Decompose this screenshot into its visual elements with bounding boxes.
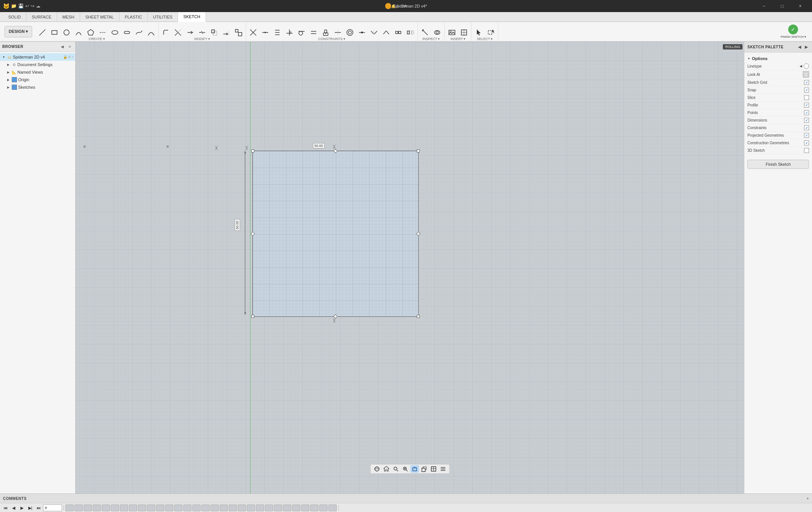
tool-slot[interactable] <box>121 26 133 39</box>
tl-item-5[interactable] <box>111 504 119 511</box>
tl-item-11[interactable] <box>165 504 173 511</box>
tool-offset[interactable] <box>209 26 220 39</box>
comments-expand-icon[interactable]: + <box>807 496 809 501</box>
tool-smooth[interactable] <box>380 26 392 39</box>
tab-utilities[interactable]: UTILITIES <box>148 12 178 22</box>
minimize-button[interactable]: − <box>755 0 773 12</box>
tl-item-0[interactable] <box>65 504 74 511</box>
profile-checkbox[interactable] <box>804 103 809 108</box>
tl-item-12[interactable] <box>174 504 183 511</box>
tl-item-16[interactable] <box>210 504 219 511</box>
tool-tangent[interactable] <box>296 26 307 39</box>
points-checkbox[interactable] <box>804 110 809 115</box>
close-button[interactable]: × <box>792 0 809 12</box>
handle-mid-right[interactable] <box>416 231 420 236</box>
tl-item-6[interactable] <box>120 504 128 511</box>
tree-item-named-views[interactable]: ▶ 📐 Named Views <box>0 68 75 76</box>
tab-sheet-metal[interactable]: SHEET METAL <box>80 12 119 22</box>
3d-sketch-checkbox[interactable] <box>804 148 809 153</box>
undo-icon[interactable]: ↩ <box>25 3 29 9</box>
tl-item-28[interactable] <box>319 504 328 511</box>
tab-mesh[interactable]: MESH <box>57 12 80 22</box>
tool-perpendicular[interactable] <box>284 26 295 39</box>
tl-item-2[interactable] <box>84 504 92 511</box>
tl-item-24[interactable] <box>283 504 291 511</box>
tree-item-origin[interactable]: ▶ Origin <box>0 76 75 83</box>
tl-item-13[interactable] <box>183 504 192 511</box>
constraints-checkbox[interactable] <box>804 125 809 130</box>
tl-item-3[interactable] <box>93 504 101 511</box>
tab-sketch[interactable]: SKETCH <box>178 12 206 22</box>
tl-item-26[interactable] <box>301 504 309 511</box>
handle-bottom-right[interactable] <box>417 315 420 318</box>
projected-geom-checkbox[interactable] <box>804 133 809 138</box>
tool-line[interactable] <box>37 26 48 39</box>
tl-skip-start[interactable]: ⏮ <box>2 504 9 511</box>
canvas-area[interactable]: ROLLING ╳ ╳ ▲ ▼ 50.00 <box>76 42 744 493</box>
finish-sketch-button[interactable]: ✓ FINISH SKETCH ▾ <box>776 23 810 40</box>
tl-play[interactable]: ▶ <box>18 504 26 511</box>
handle-top-left[interactable] <box>251 150 254 153</box>
tool-scale[interactable] <box>233 26 244 39</box>
tool-ellipse[interactable] <box>109 26 121 39</box>
tool-rectangle[interactable] <box>49 26 60 39</box>
tool-symmetric[interactable] <box>368 26 380 39</box>
handle-top-right[interactable] <box>417 150 420 153</box>
finish-sketch-palette-button[interactable]: Finish Sketch <box>747 160 809 169</box>
tool-rigid[interactable] <box>393 26 404 39</box>
construction-geom-checkbox[interactable] <box>804 140 809 145</box>
view-ctrl-home[interactable] <box>382 465 390 473</box>
lookat-button[interactable] <box>803 71 809 77</box>
tl-item-1[interactable] <box>74 504 83 511</box>
sketch-rectangle[interactable]: ╳ ╳ <box>252 151 419 317</box>
tool-move[interactable] <box>221 26 232 39</box>
slice-checkbox[interactable] <box>804 95 809 100</box>
tl-item-29[interactable] <box>328 504 337 511</box>
tool-trim[interactable] <box>172 26 184 39</box>
browser-settings-btn[interactable]: ≡ <box>67 44 73 50</box>
tl-item-22[interactable] <box>265 504 273 511</box>
tl-prev[interactable]: ◀ <box>10 504 17 511</box>
tl-item-27[interactable] <box>310 504 319 511</box>
tab-solid[interactable]: SOLID <box>3 12 26 22</box>
view-ctrl-cube[interactable] <box>420 465 428 473</box>
handle-bottom-left[interactable] <box>251 315 254 318</box>
options-header[interactable]: ▼ Options <box>747 55 809 62</box>
tree-item-sketches[interactable]: ▶ Sketches <box>0 83 75 91</box>
view-ctrl-menu[interactable] <box>439 465 447 473</box>
tl-item-4[interactable] <box>102 504 110 511</box>
palette-expand-right[interactable]: ▶ <box>804 44 809 50</box>
design-dropdown[interactable]: DESIGN ▾ <box>5 26 32 37</box>
tl-item-21[interactable] <box>256 504 264 511</box>
handle-mid-top[interactable] <box>333 149 337 153</box>
view-ctrl-fit[interactable] <box>391 465 400 473</box>
tool-pattern[interactable] <box>405 26 416 39</box>
view-ctrl-orbit[interactable] <box>373 465 381 473</box>
handle-mid-bottom[interactable] <box>333 314 337 318</box>
tool-arc[interactable] <box>73 26 84 39</box>
sketch-grid-checkbox[interactable] <box>804 80 809 85</box>
tab-surface[interactable]: SURFACE <box>26 12 57 22</box>
maximize-button[interactable]: □ <box>773 0 791 12</box>
tool-midpoint[interactable] <box>356 26 368 39</box>
tool-coincident[interactable] <box>247 26 259 39</box>
tool-equal[interactable] <box>308 26 319 39</box>
tool-parallel[interactable] <box>272 26 283 39</box>
view-ctrl-display[interactable] <box>429 465 438 473</box>
handle-mid-left[interactable] <box>251 231 255 236</box>
tl-item-7[interactable] <box>129 504 137 511</box>
tool-circle[interactable] <box>61 26 72 39</box>
tl-item-15[interactable] <box>201 504 210 511</box>
tl-item-19[interactable] <box>238 504 246 511</box>
tl-item-10[interactable] <box>156 504 164 511</box>
tl-item-20[interactable] <box>247 504 255 511</box>
tl-item-14[interactable] <box>192 504 201 511</box>
linetype-prev-icon[interactable]: ◀ <box>800 64 802 68</box>
tl-item-25[interactable] <box>292 504 300 511</box>
dimensions-checkbox[interactable] <box>804 118 809 123</box>
browser-collapse-btn[interactable]: ◀ <box>59 44 65 50</box>
tl-item-8[interactable] <box>138 504 146 511</box>
snap-checkbox[interactable] <box>804 88 809 93</box>
tree-item-root[interactable]: ▼ 🗂 Spiderman 2D v4 🔒 ⚙ + <box>0 53 75 61</box>
tl-item-23[interactable] <box>274 504 282 511</box>
